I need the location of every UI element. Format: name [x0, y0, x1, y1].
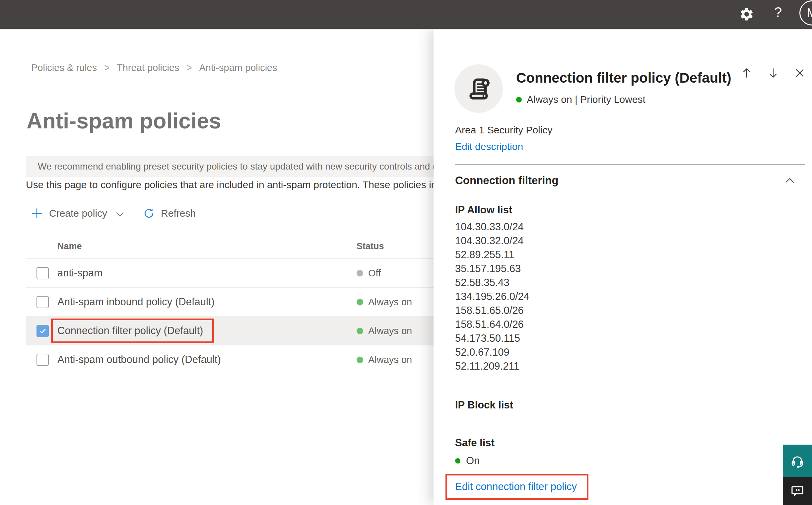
app-top-bar: ? M: [0, 0, 812, 29]
table-row[interactable]: Anti-spam inbound policy (Default) Alway…: [26, 288, 465, 317]
status-badge: Always on: [357, 326, 412, 336]
scroll-icon: [465, 75, 492, 102]
ip-entry: 52.89.255.11: [455, 248, 530, 262]
details-flyout-panel: Connection filter policy (Default) Alway…: [433, 29, 812, 505]
row-checkbox[interactable]: [36, 296, 49, 308]
ip-entry: 104.30.32.0/24: [455, 234, 530, 248]
column-header-name[interactable]: Name: [57, 241, 82, 251]
chevron-right-icon: >: [104, 61, 110, 74]
check-icon: [38, 327, 47, 335]
toolbar: Create policy Refresh: [30, 204, 196, 222]
breadcrumb-policies-rules[interactable]: Policies & rules: [31, 62, 97, 73]
page-title: Anti-spam policies: [26, 108, 221, 133]
status-dot-off: [357, 270, 363, 277]
chevron-right-icon: >: [187, 61, 192, 74]
table-row-selected[interactable]: Connection filter policy (Default) Alway…: [26, 317, 465, 345]
table-header: Name Status: [26, 232, 465, 259]
panel-status: Always on | Priority Lowest: [516, 94, 645, 105]
table-row[interactable]: Anti-spam outbound policy (Default) Alwa…: [26, 345, 465, 374]
panel-title: Connection filter policy (Default): [516, 70, 732, 86]
settings-icon[interactable]: [739, 7, 754, 22]
recommendation-banner: We recommend enabling preset security po…: [26, 156, 465, 177]
ip-entry: 158.51.64.0/26: [455, 318, 530, 331]
safe-list-status-label: On: [466, 455, 480, 467]
breadcrumb: Policies & rules > Threat policies > Ant…: [31, 62, 277, 73]
plus-icon: [30, 207, 43, 220]
edit-description-link[interactable]: Edit description: [455, 141, 523, 152]
policy-name-highlighted: Connection filter policy (Default): [51, 319, 214, 343]
support-button[interactable]: [783, 445, 812, 477]
row-checkbox-checked[interactable]: [36, 325, 49, 337]
headset-icon: [789, 453, 805, 469]
breadcrumb-anti-spam-policies[interactable]: Anti-spam policies: [199, 62, 277, 73]
banner-text: We recommend enabling preset security po…: [38, 161, 465, 172]
avatar[interactable]: M: [799, 0, 812, 25]
policy-name: Anti-spam inbound policy (Default): [57, 296, 215, 308]
status-label: Off: [368, 268, 381, 279]
ip-entry: 52.0.67.109: [455, 345, 530, 359]
status-label: Always on: [368, 297, 412, 308]
chevron-down-icon: [116, 212, 124, 217]
ip-entry: 35.157.195.63: [455, 262, 530, 276]
safe-list-label: Safe list: [455, 437, 494, 449]
row-checkbox[interactable]: [36, 267, 49, 279]
panel-status-label: Always on | Priority Lowest: [527, 94, 645, 105]
refresh-label: Refresh: [161, 208, 196, 219]
chevron-up-icon[interactable]: [785, 177, 795, 183]
status-dot-on: [516, 97, 522, 103]
ip-allow-list-label: IP Allow list: [455, 204, 512, 216]
ip-entry: 158.51.65.0/26: [455, 304, 530, 318]
status-dot-on: [357, 328, 363, 334]
ip-entry: 104.30.33.0/24: [455, 220, 530, 234]
policy-description: Area 1 Security Policy: [455, 125, 552, 136]
status-dot-on: [357, 299, 363, 305]
policy-name: anti-spam: [57, 267, 103, 279]
page-description: Use this page to configure policies that…: [26, 179, 465, 190]
ip-block-list-label: IP Block list: [455, 399, 513, 411]
arrow-down-icon[interactable]: [767, 67, 780, 79]
policy-name: Anti-spam outbound policy (Default): [57, 354, 221, 366]
ip-entry: 52.58.35.43: [455, 276, 530, 290]
section-connection-filtering: Connection filtering: [455, 174, 559, 187]
help-icon[interactable]: ?: [774, 4, 782, 20]
breadcrumb-threat-policies[interactable]: Threat policies: [117, 62, 179, 73]
edit-link-annotation-box: Edit connection filter policy: [445, 474, 588, 500]
column-header-status[interactable]: Status: [357, 241, 384, 251]
safe-list-status: On: [455, 455, 480, 467]
status-dot-on: [455, 458, 460, 464]
ip-allow-list: 104.30.33.0/24 104.30.32.0/24 52.89.255.…: [455, 220, 530, 373]
divider: [455, 164, 805, 165]
chat-icon: [790, 484, 805, 498]
refresh-icon: [143, 207, 155, 219]
row-checkbox[interactable]: [36, 354, 49, 366]
status-badge: Always on: [357, 297, 412, 308]
arrow-up-icon[interactable]: [740, 67, 753, 79]
edit-connection-filter-policy-link[interactable]: Edit connection filter policy: [455, 481, 577, 492]
feedback-button[interactable]: [783, 477, 812, 505]
ip-entry: 54.173.50.115: [455, 331, 530, 345]
panel-nav: [740, 67, 806, 79]
status-dot-on: [357, 356, 363, 363]
status-badge: Always on: [357, 354, 412, 365]
refresh-button[interactable]: Refresh: [143, 207, 196, 219]
policy-avatar: [454, 64, 503, 113]
table-row[interactable]: anti-spam Off: [26, 259, 465, 288]
ip-entry: 134.195.26.0/24: [455, 290, 530, 304]
status-badge: Off: [357, 268, 381, 279]
ip-entry: 52.11.209.211: [455, 359, 530, 373]
create-policy-label: Create policy: [49, 208, 107, 219]
status-label: Always on: [368, 326, 412, 336]
status-label: Always on: [368, 354, 412, 365]
policy-table: Name Status anti-spam Off Anti-spam inbo…: [26, 231, 465, 374]
create-policy-button[interactable]: Create policy: [30, 207, 124, 220]
close-icon[interactable]: [793, 67, 806, 79]
